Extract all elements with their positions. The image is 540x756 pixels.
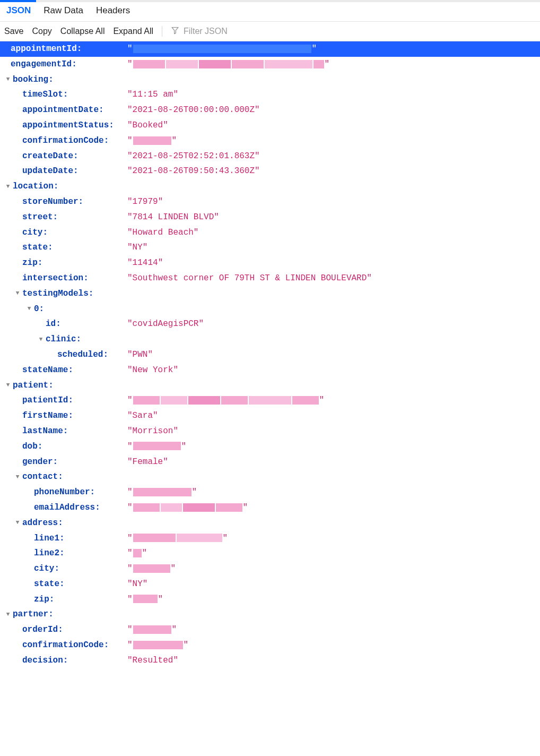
json-row[interactable]: scheduled:"PWN" [0, 347, 540, 363]
json-row[interactable]: intersection:"Southwest corner OF 79TH S… [0, 271, 540, 286]
tab-raw-data[interactable]: Raw Data [43, 5, 83, 16]
collapse-all-button[interactable]: Collapse All [60, 27, 105, 36]
json-value: "7814 LINDEN BLVD" [127, 210, 219, 225]
copy-button[interactable]: Copy [32, 27, 51, 36]
redacted-block [133, 488, 191, 496]
json-row[interactable]: emailAddress:"" [0, 500, 540, 516]
expand-toggle-icon[interactable]: ▼ [3, 380, 13, 391]
expand-toggle-icon[interactable]: ▼ [3, 182, 13, 192]
json-row[interactable]: city:"" [0, 561, 540, 577]
json-key: zip: [34, 592, 54, 607]
json-row[interactable]: ▼patient: [0, 378, 540, 393]
json-row[interactable]: orderId:"" [0, 622, 540, 638]
json-key: testingModels: [22, 286, 93, 302]
json-key: engagementId: [11, 57, 77, 72]
json-row[interactable]: phoneNumber:"" [0, 485, 540, 500]
tab-json[interactable]: JSON [6, 5, 31, 16]
json-row[interactable]: patientId:"" [0, 393, 540, 408]
expand-toggle-icon[interactable]: ▼ [36, 334, 46, 345]
json-key: booking: [13, 72, 54, 88]
json-row[interactable]: line1:"" [0, 531, 540, 546]
json-row[interactable]: lastName:"Morrison" [0, 424, 540, 439]
expand-toggle-icon[interactable]: ▼ [24, 304, 34, 314]
json-value: "2021-08-26T00:00:00.000Z" [127, 102, 260, 118]
json-row[interactable]: state:"NY" [0, 240, 540, 255]
json-value: "" [127, 57, 329, 72]
json-key: line1: [34, 531, 65, 546]
json-row[interactable]: decision:"Resulted" [0, 653, 540, 668]
expand-toggle-icon[interactable]: ▼ [13, 288, 22, 299]
json-row[interactable]: street:"7814 LINDEN BLVD" [0, 210, 540, 225]
json-value: "Booked" [127, 118, 168, 133]
json-row[interactable]: line2:"" [0, 546, 540, 561]
json-row[interactable]: city:"Howard Beach" [0, 225, 540, 240]
json-value: "2021-08-26T09:50:43.360Z" [127, 164, 260, 179]
redacted-block [188, 396, 220, 405]
json-row[interactable]: ▼booking: [0, 72, 540, 88]
expand-all-button[interactable]: Expand All [113, 27, 153, 36]
json-value: "11414" [127, 255, 163, 271]
tab-headers[interactable]: Headers [96, 5, 130, 16]
json-row[interactable]: ▼0: [0, 302, 540, 317]
redacted-block [161, 396, 187, 405]
json-key: updateDate: [22, 164, 79, 179]
redacted-block [161, 503, 182, 512]
json-key: phoneNumber: [34, 485, 95, 500]
json-key: dob: [22, 439, 42, 454]
filter-input[interactable] [182, 26, 289, 37]
redacted-block [133, 549, 142, 557]
json-row[interactable]: storeNumber:"17979" [0, 194, 540, 210]
json-row[interactable]: stateName:"New York" [0, 363, 540, 378]
json-row[interactable]: ▼address: [0, 516, 540, 531]
json-row[interactable]: ▼testingModels: [0, 286, 540, 302]
toolbar: Save Copy Collapse All Expand All [0, 22, 540, 41]
expand-toggle-icon[interactable]: ▼ [13, 518, 22, 528]
json-row[interactable]: firstName:"Sara" [0, 408, 540, 424]
json-row[interactable]: appointmentStatus:"Booked" [0, 118, 540, 133]
json-row[interactable]: zip:"11414" [0, 255, 540, 271]
json-row[interactable]: updateDate:"2021-08-26T09:50:43.360Z" [0, 164, 540, 179]
redacted-block [133, 60, 165, 68]
expand-toggle-icon[interactable]: ▼ [13, 472, 22, 483]
save-button[interactable]: Save [4, 27, 23, 36]
json-row[interactable]: gender:"Female" [0, 454, 540, 470]
json-key: scheduled: [57, 347, 108, 363]
json-row[interactable]: appointmentDate:"2021-08-26T00:00:00.000… [0, 102, 540, 118]
json-row[interactable]: createDate:"2021-08-25T02:52:01.863Z" [0, 149, 540, 164]
redacted-block [199, 60, 231, 68]
json-value: "" [127, 638, 188, 653]
json-row[interactable]: confirmationCode:"" [0, 133, 540, 149]
redacted-block [133, 625, 171, 634]
view-tabs: JSON Raw Data Headers [0, 2, 540, 22]
json-row[interactable]: appointmentId:"" [0, 41, 540, 57]
json-value: "" [127, 393, 324, 408]
json-value: "" [127, 622, 177, 638]
json-row[interactable]: engagementId:"" [0, 57, 540, 72]
json-key: id: [46, 316, 61, 332]
funnel-icon [171, 26, 179, 37]
json-value: "" [127, 485, 197, 500]
json-row[interactable]: ▼contact: [0, 469, 540, 485]
json-key: timeSlot: [22, 87, 68, 102]
json-key: storeNumber: [22, 194, 83, 210]
redacted-block [133, 595, 158, 603]
json-row[interactable]: timeSlot:"11:15 am" [0, 87, 540, 102]
json-value: "Southwest corner OF 79TH ST & LINDEN BO… [127, 271, 372, 286]
json-value: "PWN" [127, 347, 153, 363]
json-row[interactable]: ▼clinic: [0, 332, 540, 347]
json-row[interactable]: ▼partner: [0, 607, 540, 622]
json-row[interactable]: state:"NY" [0, 577, 540, 592]
json-row[interactable]: id:"covidAegisPCR" [0, 316, 540, 332]
json-row[interactable]: ▼location: [0, 179, 540, 194]
expand-toggle-icon[interactable]: ▼ [3, 609, 13, 620]
json-row[interactable]: dob:"" [0, 439, 540, 454]
expand-toggle-icon[interactable]: ▼ [3, 74, 13, 85]
json-key: contact: [22, 469, 63, 485]
json-row[interactable]: confirmationCode:"" [0, 638, 540, 653]
json-key: confirmationCode: [22, 638, 109, 653]
json-value: "" [127, 531, 228, 546]
redacted-block [133, 442, 181, 450]
json-key: state: [22, 240, 53, 255]
json-key: zip: [22, 255, 42, 271]
json-row[interactable]: zip:"" [0, 592, 540, 607]
